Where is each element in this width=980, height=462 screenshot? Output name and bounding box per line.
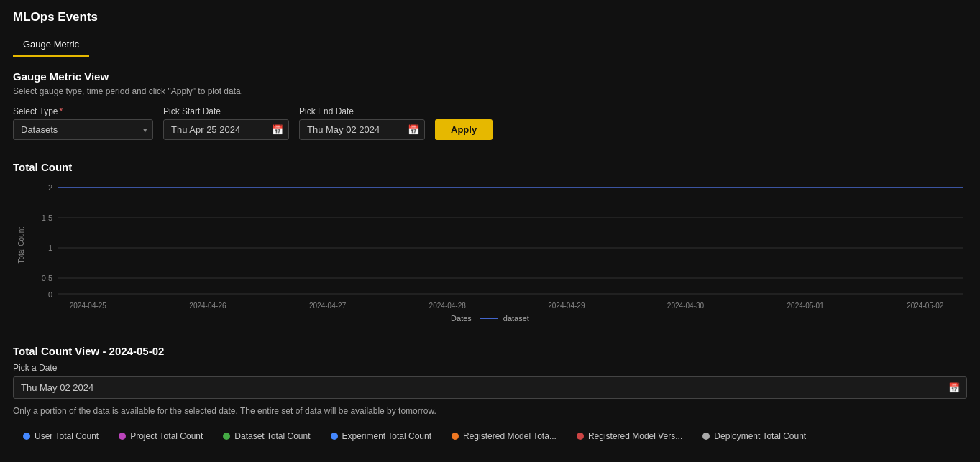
end-date-group: Pick End Date 📅 xyxy=(299,106,425,140)
metric-tab-dot-1 xyxy=(119,433,126,440)
metric-tab-4[interactable]: Registered Model Tota... xyxy=(441,426,567,448)
metric-tab-2[interactable]: Dataset Total Count xyxy=(213,426,320,448)
svg-text:2024-05-01: 2024-05-01 xyxy=(787,302,825,310)
metric-tabs: User Total CountProject Total CountDatas… xyxy=(13,426,967,448)
metric-tab-label-4: Registered Model Tota... xyxy=(463,431,557,441)
svg-text:2024-04-25: 2024-04-25 xyxy=(70,302,107,310)
metric-tab-label-3: Experiment Total Count xyxy=(342,431,432,441)
controls-row: Select Type* Datasets Models Experiments… xyxy=(13,106,967,140)
pick-date-wrap: 📅 xyxy=(13,376,967,399)
metric-tab-label-6: Deployment Total Count xyxy=(714,431,806,441)
legend-line xyxy=(480,318,498,319)
total-count-title: Total Count View - 2024-05-02 xyxy=(13,345,967,357)
svg-text:2024-04-29: 2024-04-29 xyxy=(548,302,585,310)
tab-gauge-metric[interactable]: Gauge Metric xyxy=(13,33,89,57)
svg-text:2024-04-30: 2024-04-30 xyxy=(667,302,705,310)
gauge-metric-section: Gauge Metric View Select gauge type, tim… xyxy=(0,57,980,149)
chart-legend: Dates dataset xyxy=(13,314,967,323)
chart-title: Total Count xyxy=(13,161,967,173)
metric-tab-dot-3 xyxy=(331,433,338,440)
metric-tab-5[interactable]: Registered Model Vers... xyxy=(567,426,692,448)
svg-text:2024-05-02: 2024-05-02 xyxy=(907,302,944,310)
pick-date-input[interactable] xyxy=(13,376,967,399)
svg-text:0.5: 0.5 xyxy=(42,274,52,282)
start-date-calendar-icon[interactable]: 📅 xyxy=(272,124,283,135)
metric-tab-6[interactable]: Deployment Total Count xyxy=(692,426,816,448)
chart-svg: 2 1.5 1 0.5 0 2024-04-25 2024-04-26 2024… xyxy=(29,180,967,310)
start-date-wrap: 📅 xyxy=(163,119,289,140)
metric-tab-dot-0 xyxy=(23,433,30,440)
metric-tab-dot-5 xyxy=(577,433,584,440)
select-type-group: Select Type* Datasets Models Experiments xyxy=(13,106,153,140)
metric-tab-dot-4 xyxy=(452,433,459,440)
total-count-section: Total Count View - 2024-05-02 Pick a Dat… xyxy=(0,333,980,457)
metric-tab-label-2: Dataset Total Count xyxy=(234,431,310,441)
metric-tab-0[interactable]: User Total Count xyxy=(13,426,109,448)
metric-tab-3[interactable]: Experiment Total Count xyxy=(321,426,442,448)
page-title: MLOps Events xyxy=(13,10,967,24)
metric-tab-label-5: Registered Model Vers... xyxy=(588,431,682,441)
metric-tab-dot-6 xyxy=(702,433,710,440)
svg-text:0: 0 xyxy=(48,290,52,299)
start-date-group: Pick Start Date 📅 xyxy=(163,106,289,140)
svg-text:1.5: 1.5 xyxy=(42,213,52,222)
tab-bar: Gauge Metric xyxy=(13,33,967,57)
metric-tab-label-1: Project Total Count xyxy=(130,431,203,441)
end-date-wrap: 📅 xyxy=(299,119,425,140)
svg-text:2024-04-28: 2024-04-28 xyxy=(429,302,467,310)
end-date-calendar-icon[interactable]: 📅 xyxy=(408,124,419,135)
type-select-wrapper: Datasets Models Experiments xyxy=(13,119,153,140)
start-date-label: Pick Start Date xyxy=(163,106,289,116)
end-date-label: Pick End Date xyxy=(299,106,425,116)
y-axis-label: Total Count xyxy=(17,227,25,264)
svg-text:2024-04-26: 2024-04-26 xyxy=(189,302,226,310)
info-text: Only a portion of the data is available … xyxy=(13,406,967,416)
metric-tab-1[interactable]: Project Total Count xyxy=(109,426,213,448)
svg-text:2: 2 xyxy=(48,183,52,192)
legend-dataset-label: dataset xyxy=(503,314,529,323)
legend-dates-label: Dates xyxy=(451,314,472,323)
metric-tab-dot-2 xyxy=(223,433,230,440)
type-select[interactable]: Datasets Models Experiments xyxy=(13,119,153,140)
pick-date-label: Pick a Date xyxy=(13,363,967,373)
required-marker: * xyxy=(59,106,63,116)
pick-date-calendar-icon[interactable]: 📅 xyxy=(948,382,960,393)
gauge-section-desc: Select gauge type, time period and click… xyxy=(13,86,967,96)
end-date-input[interactable] xyxy=(299,119,425,140)
svg-text:1: 1 xyxy=(48,244,52,252)
gauge-section-title: Gauge Metric View xyxy=(13,70,967,83)
header: MLOps Events Gauge Metric xyxy=(0,0,980,57)
apply-button[interactable]: Apply xyxy=(435,119,493,140)
chart-section: Total Count Total Count 2 1.5 1 0.5 0 xyxy=(0,149,980,333)
svg-text:2024-04-27: 2024-04-27 xyxy=(309,302,347,310)
metric-tab-label-0: User Total Count xyxy=(35,431,99,441)
start-date-input[interactable] xyxy=(163,119,289,140)
select-type-label: Select Type* xyxy=(13,106,153,116)
